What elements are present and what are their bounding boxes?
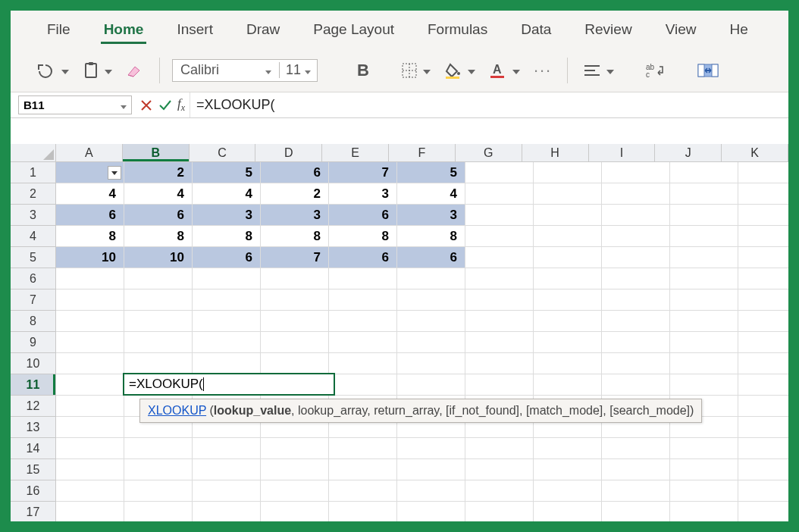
cell-D16[interactable] bbox=[261, 480, 329, 502]
cell-F8[interactable] bbox=[397, 311, 465, 332]
cell-I8[interactable] bbox=[602, 311, 670, 332]
cell-G15[interactable] bbox=[465, 459, 534, 480]
cell-J6[interactable] bbox=[670, 268, 738, 289]
fx-icon[interactable]: fx bbox=[177, 96, 185, 114]
cell-C2[interactable]: 4 bbox=[193, 183, 261, 205]
cell-C1[interactable]: 5 bbox=[193, 162, 261, 183]
col-header-J[interactable]: J bbox=[655, 144, 722, 162]
cell-I16[interactable] bbox=[602, 480, 670, 502]
cell-H14[interactable] bbox=[534, 438, 602, 459]
col-header-B[interactable]: B bbox=[123, 144, 190, 162]
cell-H6[interactable] bbox=[534, 268, 602, 289]
cell-J10[interactable] bbox=[670, 353, 738, 374]
row-header-3[interactable]: 3 bbox=[11, 205, 56, 226]
cell-H3[interactable] bbox=[534, 205, 602, 226]
ribbon-tab-he[interactable]: He bbox=[713, 11, 764, 49]
cell-H15[interactable] bbox=[534, 459, 602, 480]
cell-F9[interactable] bbox=[397, 332, 465, 353]
cell-F17[interactable] bbox=[397, 502, 465, 521]
row-header-10[interactable]: 10 bbox=[11, 353, 56, 374]
more-button[interactable]: ··· bbox=[531, 59, 555, 82]
cell-E7[interactable] bbox=[329, 289, 397, 311]
cell-F5[interactable]: 6 bbox=[397, 247, 465, 268]
cell-I5[interactable] bbox=[602, 247, 670, 268]
cell-F4[interactable]: 8 bbox=[397, 226, 465, 247]
editing-cell[interactable]: =XLOOKUP( bbox=[123, 373, 335, 396]
cell-K2[interactable] bbox=[738, 183, 788, 205]
cell-C3[interactable]: 3 bbox=[193, 205, 261, 226]
cell-J9[interactable] bbox=[670, 332, 738, 353]
font-size-picker[interactable]: 11 bbox=[279, 62, 317, 78]
row-header-14[interactable]: 14 bbox=[11, 438, 56, 459]
cell-F7[interactable] bbox=[397, 289, 465, 311]
cell-C9[interactable] bbox=[193, 332, 261, 353]
cell-D17[interactable] bbox=[261, 502, 329, 521]
col-header-C[interactable]: C bbox=[190, 144, 256, 162]
row-header-2[interactable]: 2 bbox=[11, 183, 56, 205]
cell-J4[interactable] bbox=[670, 226, 738, 247]
cell-A6[interactable] bbox=[56, 268, 124, 289]
row-header-7[interactable]: 7 bbox=[11, 289, 56, 311]
cell-K12[interactable] bbox=[738, 396, 788, 417]
cell-B3[interactable]: 6 bbox=[124, 205, 193, 226]
cell-E14[interactable] bbox=[329, 438, 397, 459]
cell-D14[interactable] bbox=[261, 438, 329, 459]
cell-B1[interactable]: 2 bbox=[124, 162, 193, 183]
col-header-A[interactable]: A bbox=[56, 144, 123, 162]
cell-K5[interactable] bbox=[738, 247, 788, 268]
cell-K11[interactable] bbox=[738, 374, 788, 396]
cell-dropdown-button[interactable] bbox=[108, 166, 121, 180]
cell-A7[interactable] bbox=[56, 289, 124, 311]
cell-B8[interactable] bbox=[124, 311, 193, 332]
cell-J5[interactable] bbox=[670, 247, 738, 268]
cell-C4[interactable]: 8 bbox=[193, 226, 261, 247]
cells-area[interactable]: 22567544423466336388888810106766=XLOOKUP… bbox=[56, 162, 788, 521]
cell-H16[interactable] bbox=[534, 480, 602, 502]
cell-G8[interactable] bbox=[465, 311, 534, 332]
cell-I2[interactable] bbox=[602, 183, 670, 205]
cell-C7[interactable] bbox=[193, 289, 261, 311]
name-box[interactable]: B11 bbox=[18, 95, 132, 114]
clear-format-button[interactable] bbox=[123, 61, 147, 80]
row-header-15[interactable]: 15 bbox=[11, 459, 56, 480]
cell-F2[interactable]: 4 bbox=[397, 183, 465, 205]
row-header-6[interactable]: 6 bbox=[11, 268, 56, 289]
cell-B16[interactable] bbox=[124, 480, 193, 502]
cell-E17[interactable] bbox=[329, 502, 397, 521]
cell-A10[interactable] bbox=[56, 353, 124, 374]
undo-button[interactable] bbox=[33, 61, 72, 80]
cell-E1[interactable]: 7 bbox=[329, 162, 397, 183]
cell-E3[interactable]: 6 bbox=[329, 205, 397, 226]
ribbon-tab-view[interactable]: View bbox=[649, 11, 713, 49]
cell-C15[interactable] bbox=[193, 459, 261, 480]
cell-E2[interactable]: 3 bbox=[329, 183, 397, 205]
cell-A12[interactable] bbox=[56, 396, 124, 417]
cell-D3[interactable]: 3 bbox=[261, 205, 329, 226]
borders-button[interactable] bbox=[398, 61, 434, 80]
cell-B4[interactable]: 8 bbox=[124, 226, 193, 247]
cell-A3[interactable]: 6 bbox=[56, 205, 124, 226]
cell-I10[interactable] bbox=[602, 353, 670, 374]
cell-C6[interactable] bbox=[193, 268, 261, 289]
cell-J2[interactable] bbox=[670, 183, 738, 205]
cell-D2[interactable]: 2 bbox=[261, 183, 329, 205]
col-header-G[interactable]: G bbox=[456, 144, 522, 162]
cancel-formula-button[interactable] bbox=[139, 99, 153, 112]
cell-D10[interactable] bbox=[261, 353, 329, 374]
ribbon-tab-insert[interactable]: Insert bbox=[160, 11, 230, 49]
cell-D7[interactable] bbox=[261, 289, 329, 311]
cell-I6[interactable] bbox=[602, 268, 670, 289]
cell-I3[interactable] bbox=[602, 205, 670, 226]
cell-G9[interactable] bbox=[465, 332, 534, 353]
cell-G6[interactable] bbox=[465, 268, 534, 289]
cell-J8[interactable] bbox=[670, 311, 738, 332]
cell-K14[interactable] bbox=[738, 438, 788, 459]
ribbon-tab-data[interactable]: Data bbox=[504, 11, 568, 49]
cell-I1[interactable] bbox=[602, 162, 670, 183]
cell-J3[interactable] bbox=[670, 205, 738, 226]
cell-G7[interactable] bbox=[465, 289, 534, 311]
row-header-1[interactable]: 1 bbox=[11, 162, 56, 183]
clipboard-button[interactable] bbox=[80, 60, 115, 81]
cell-A14[interactable] bbox=[56, 438, 124, 459]
cell-I11[interactable] bbox=[602, 374, 670, 396]
